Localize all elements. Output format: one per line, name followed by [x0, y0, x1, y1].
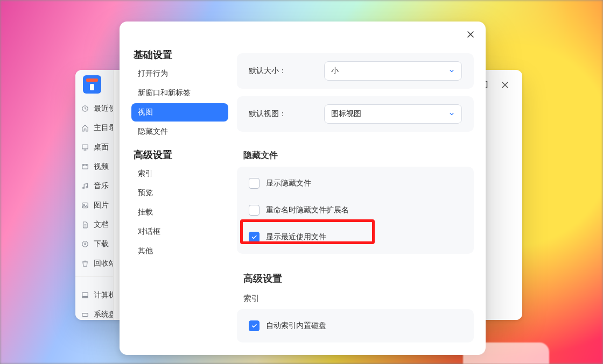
- sidebar-item-label: 最近使用: [94, 104, 113, 113]
- index-options: 自动索引内置磁盘: [237, 309, 474, 342]
- home-icon: [81, 124, 89, 132]
- default-size-row-select[interactable]: 小: [324, 61, 462, 81]
- default-view-row: 默认视图：图标视图: [240, 99, 471, 129]
- sidebar-item-label: 系统盘: [94, 310, 113, 319]
- sidebar-item-video[interactable]: 视频: [75, 157, 113, 176]
- clock-icon: [81, 104, 89, 113]
- default-size-row: 默认大小：小: [240, 56, 471, 85]
- select-value: 图标视图: [331, 109, 361, 119]
- dialog-close-button[interactable]: [463, 27, 478, 42]
- settings-nav: 基础设置打开行为新窗口和新标签视图隐藏文件高级设置索引预览挂载对话框其他: [120, 44, 234, 355]
- checkbox-row[interactable]: 自动索引内置磁盘: [240, 312, 471, 339]
- section-title-hidden-files: 隐藏文件: [243, 150, 474, 161]
- sidebar-item-label: 文档: [94, 220, 109, 230]
- taskbar-hint: [463, 342, 549, 364]
- sidebar-item-label: 音乐: [94, 181, 109, 191]
- sidebar-item-picture[interactable]: 图片: [75, 196, 113, 215]
- default-view-row-select[interactable]: 图标视图: [324, 104, 462, 124]
- sidebar-item-document[interactable]: 文档: [75, 215, 113, 234]
- settings-dialog: 基础设置打开行为新窗口和新标签视图隐藏文件高级设置索引预览挂载对话框其他 视图默…: [120, 22, 486, 355]
- checkbox-label: 显示最近使用文件: [266, 232, 326, 242]
- row-label: 默认大小：: [249, 66, 286, 76]
- video-icon: [81, 162, 89, 171]
- music-icon: [81, 182, 89, 190]
- section-title-advanced: 高级设置: [243, 272, 474, 285]
- download-icon: [81, 240, 89, 248]
- disk-icon: [81, 310, 89, 319]
- sidebar-item-label: 主目录: [94, 123, 113, 133]
- checkbox-label: 显示隐藏文件: [266, 179, 311, 188]
- nav-item[interactable]: 预览: [131, 184, 228, 202]
- nav-item[interactable]: 视图: [131, 103, 228, 122]
- checkbox-label: 重命名时隐藏文件扩展名: [266, 205, 349, 215]
- checkbox[interactable]: [249, 232, 260, 242]
- checkbox-row[interactable]: 重命名时隐藏文件扩展名: [240, 197, 471, 224]
- dialog-titlebar: [120, 22, 486, 44]
- svg-rect-8: [82, 292, 88, 296]
- svg-rect-1: [82, 145, 88, 149]
- svg-point-10: [87, 315, 87, 315]
- nav-item[interactable]: 挂载: [131, 203, 228, 222]
- sidebar-item-label: 视频: [94, 162, 109, 172]
- close-button[interactable]: [497, 77, 513, 92]
- sidebar-item-disk[interactable]: 系统盘: [75, 305, 113, 320]
- file-manager-logo-icon: [83, 75, 101, 94]
- nav-section-title: 基础设置: [134, 48, 228, 61]
- chevron-down-icon: [448, 68, 455, 74]
- hidden-files-options: 显示隐藏文件重命名时隐藏文件扩展名显示最近使用文件: [237, 167, 474, 254]
- svg-rect-2: [82, 165, 88, 169]
- section-title-view: 视图: [243, 44, 474, 46]
- row-label: 默认视图：: [249, 109, 286, 119]
- desktop-icon: [81, 143, 89, 152]
- sidebar-item-trash[interactable]: 回收站: [75, 254, 113, 273]
- sidebar-item-clock[interactable]: 最近使用: [75, 99, 113, 118]
- computer-icon: [81, 291, 89, 299]
- picture-icon: [81, 201, 89, 210]
- sidebar-item-home[interactable]: 主目录: [75, 118, 113, 138]
- svg-rect-5: [82, 203, 88, 208]
- checkbox-row[interactable]: 显示隐藏文件: [240, 170, 471, 197]
- checkbox[interactable]: [249, 178, 260, 189]
- checkbox[interactable]: [249, 205, 260, 216]
- sidebar-item-computer[interactable]: 计算机: [75, 286, 113, 305]
- checkbox-row[interactable]: 显示最近使用文件: [240, 224, 471, 251]
- nav-item[interactable]: 其他: [131, 242, 228, 260]
- settings-content: 视图默认大小：小默认视图：图标视图隐藏文件显示隐藏文件重命名时隐藏文件扩展名显示…: [234, 44, 486, 355]
- sidebar-divider: [75, 276, 113, 282]
- nav-item[interactable]: 新窗口和新标签: [131, 84, 228, 102]
- sidebar-item-label: 桌面: [94, 142, 109, 152]
- sidebar-item-label: 计算机: [94, 290, 113, 300]
- nav-item[interactable]: 对话框: [131, 223, 228, 241]
- nav-item[interactable]: 打开行为: [131, 65, 228, 83]
- sidebar-item-download[interactable]: 下载: [75, 234, 113, 254]
- trash-icon: [81, 259, 89, 268]
- sidebar-item-label: 下载: [94, 239, 109, 249]
- file-manager-sidebar: 最近使用主目录桌面视频音乐图片文档下载回收站 计算机系统盘: [75, 70, 114, 320]
- checkbox[interactable]: [249, 320, 260, 331]
- section-title-index: 索引: [243, 294, 474, 304]
- sidebar-item-label: 图片: [94, 201, 109, 210]
- select-value: 小: [331, 66, 339, 76]
- checkbox-label: 自动索引内置磁盘: [266, 321, 326, 331]
- nav-item[interactable]: 索引: [131, 165, 228, 183]
- svg-point-4: [86, 187, 88, 188]
- chevron-down-icon: [448, 111, 455, 117]
- nav-section-title: 高级设置: [134, 148, 228, 161]
- document-icon: [81, 220, 89, 229]
- sidebar-item-music[interactable]: 音乐: [75, 176, 113, 196]
- sidebar-item-desktop[interactable]: 桌面: [75, 138, 113, 157]
- sidebar-item-label: 回收站: [94, 259, 113, 268]
- svg-point-3: [83, 187, 85, 189]
- nav-item[interactable]: 隐藏文件: [131, 123, 228, 141]
